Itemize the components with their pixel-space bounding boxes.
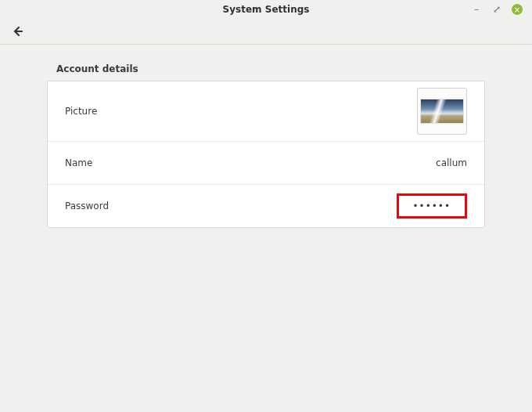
picture-button[interactable]	[417, 88, 467, 135]
account-details-panel: Picture Name callum Password ••••••	[47, 81, 485, 228]
minimize-icon[interactable]: –	[471, 4, 482, 15]
user-picture-thumbnail	[420, 99, 464, 124]
row-name[interactable]: Name callum	[48, 142, 484, 185]
password-value-button[interactable]: ••••••	[397, 193, 467, 219]
toolbar	[0, 19, 532, 45]
row-name-label: Name	[65, 157, 92, 168]
content-area: Account details Picture Name callum Pass…	[0, 45, 532, 245]
row-password-label: Password	[65, 201, 109, 211]
window-controls: – ⤢ ×	[471, 4, 532, 15]
maximize-icon[interactable]: ⤢	[491, 4, 502, 15]
titlebar: System Settings – ⤢ ×	[0, 0, 532, 19]
row-picture-label: Picture	[65, 106, 97, 117]
row-name-value: callum	[436, 157, 467, 168]
row-picture: Picture	[48, 81, 484, 142]
back-button[interactable]	[8, 22, 27, 41]
section-title: Account details	[56, 63, 485, 74]
window-title: System Settings	[0, 4, 532, 15]
back-arrow-icon	[11, 25, 23, 38]
row-password[interactable]: Password ••••••	[48, 185, 484, 227]
close-icon[interactable]: ×	[512, 4, 523, 15]
